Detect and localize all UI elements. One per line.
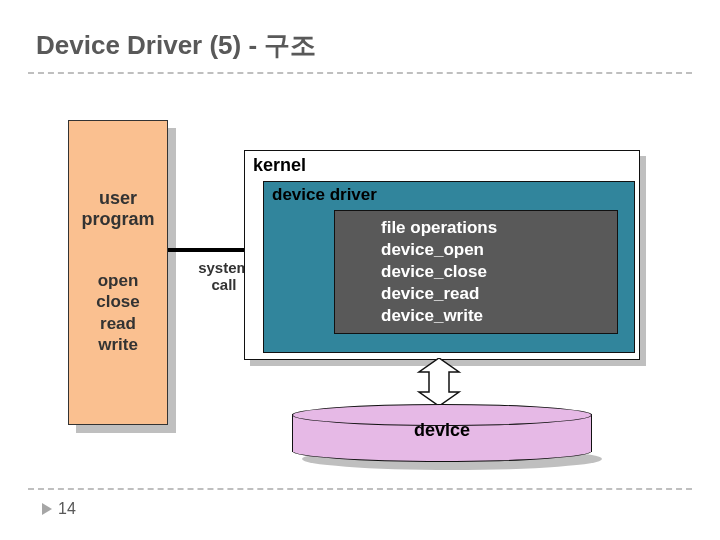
title-divider xyxy=(28,72,692,74)
user-program-label: user program xyxy=(70,188,166,229)
slide-arrow-icon xyxy=(42,503,52,515)
kernel-label: kernel xyxy=(253,155,306,176)
svg-marker-0 xyxy=(419,358,459,406)
device-label: device xyxy=(292,420,592,441)
device-driver-box: device driver file operations device_ope… xyxy=(263,181,635,353)
slide-number: 14 xyxy=(58,500,76,518)
user-program-operations: open close read write xyxy=(70,270,166,355)
device-driver-label: device driver xyxy=(272,185,377,205)
file-operations-box: file operations device_open device_close… xyxy=(334,210,618,334)
file-operations-text: file operations device_open device_close… xyxy=(345,217,607,327)
slide-title: Device Driver (5) - 구조 xyxy=(36,28,316,63)
kernel-box: kernel device driver file operations dev… xyxy=(244,150,640,360)
double-arrow-icon xyxy=(406,358,472,406)
footer-divider xyxy=(28,488,692,490)
slide-number-marker: 14 xyxy=(42,500,76,518)
